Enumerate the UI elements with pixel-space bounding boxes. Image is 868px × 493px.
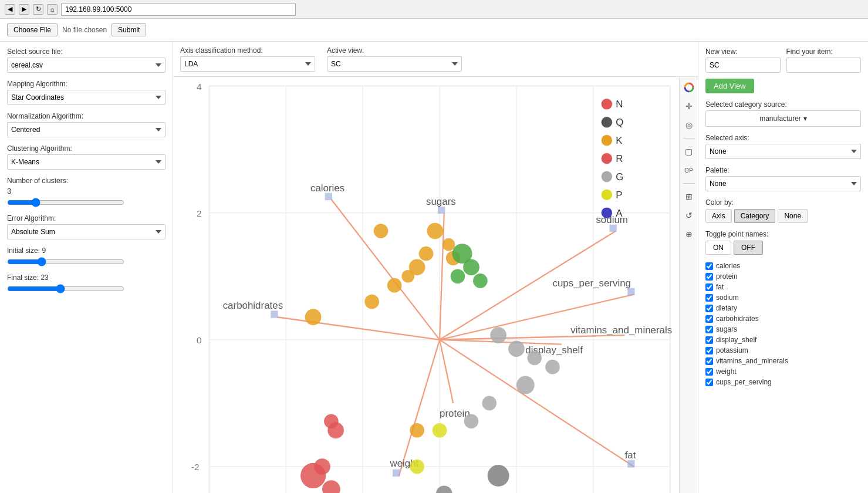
svg-point-65 — [516, 376, 535, 394]
svg-point-72 — [433, 423, 447, 438]
toggle-on-button[interactable]: ON — [705, 241, 731, 255]
svg-point-89 — [602, 117, 612, 128]
center-area: Axis classification method: LDA Active v… — [173, 42, 698, 493]
axis-class-select[interactable]: LDA — [180, 56, 315, 72]
svg-rect-26 — [627, 288, 634, 295]
feature-checkbox-label: sodium — [716, 293, 739, 302]
feature-checkbox[interactable] — [705, 379, 713, 386]
new-view-input[interactable] — [705, 58, 781, 73]
list-item: fat — [705, 283, 861, 291]
star-coordinates-chart: calories sugars carbohidrates sodium — [173, 77, 679, 493]
feature-checkbox[interactable] — [705, 326, 713, 333]
feature-checkbox[interactable] — [705, 336, 713, 344]
svg-point-54 — [410, 423, 424, 438]
num-clusters-group: Number of clusters: 3 — [7, 177, 166, 207]
select-icon[interactable]: ◎ — [682, 118, 696, 132]
svg-rect-20 — [271, 310, 278, 318]
initial-size-slider[interactable] — [7, 257, 124, 266]
color-by-axis-button[interactable]: Axis — [705, 209, 732, 223]
right-panel: New view: Find your item: Add View Selec… — [698, 42, 868, 493]
colorwheel-icon[interactable] — [682, 80, 696, 94]
refresh-icon[interactable]: ↺ — [682, 208, 696, 222]
svg-point-55 — [305, 309, 322, 325]
svg-point-53 — [364, 295, 379, 309]
selected-axis-label: Selected axis: — [705, 134, 861, 142]
selected-axis-select[interactable]: None — [705, 144, 861, 159]
dropdown-arrow-icon: ▾ — [803, 114, 807, 123]
color-by-none-button[interactable]: None — [778, 209, 808, 223]
svg-rect-23 — [609, 225, 616, 232]
feature-checkbox[interactable] — [705, 273, 713, 281]
move-icon[interactable]: ✛ — [682, 99, 696, 113]
color-by-buttons: Axis Category None — [705, 209, 861, 223]
feature-checkbox-label: weight — [716, 367, 737, 376]
find-item-col: Find your item: — [786, 48, 862, 73]
feature-checkbox[interactable] — [705, 283, 713, 291]
cluster-algo-select[interactable]: K-Means — [7, 154, 166, 170]
choose-file-button[interactable]: Choose File — [7, 23, 58, 36]
mapping-algo-select[interactable]: Star Coordinates — [7, 90, 166, 105]
svg-text:sodium: sodium — [596, 214, 628, 225]
num-clusters-slider-row — [7, 198, 166, 207]
submit-button[interactable]: Submit — [112, 23, 146, 36]
feature-checkbox-label: cups_per_serving — [716, 378, 772, 386]
forward-button[interactable]: ▶ — [19, 4, 29, 15]
color-by-category-button[interactable]: Category — [734, 209, 776, 223]
svg-point-97 — [602, 189, 612, 200]
svg-point-51 — [443, 238, 455, 251]
source-file-select[interactable]: cereal.csv — [7, 58, 166, 73]
toggle-off-button[interactable]: OFF — [734, 241, 763, 255]
add-view-button[interactable]: Add View — [705, 79, 754, 93]
source-file-group: Select source file: cereal.csv — [7, 48, 166, 73]
home-button[interactable]: ⌂ — [47, 4, 58, 15]
reload-button[interactable]: ↻ — [33, 4, 43, 15]
svg-rect-17 — [438, 207, 445, 214]
svg-point-47 — [419, 246, 434, 261]
selected-cat-dropdown[interactable]: manufacturer ▾ — [705, 110, 861, 127]
top-controls: Axis classification method: LDA Active v… — [173, 42, 698, 77]
svg-text:2: 2 — [197, 208, 202, 218]
feature-checkbox[interactable] — [705, 294, 713, 302]
feature-checkbox-label: fat — [716, 283, 724, 291]
num-clusters-label: Number of clusters: — [7, 177, 166, 185]
palette-group: Palette: None — [705, 166, 861, 191]
back-button[interactable]: ◀ — [5, 4, 15, 15]
svg-point-95 — [602, 171, 612, 183]
new-view-col: New view: — [705, 48, 781, 73]
list-item: weight — [705, 367, 861, 376]
final-size-slider[interactable] — [7, 284, 124, 293]
feature-checkbox[interactable] — [705, 262, 713, 270]
settings-icon[interactable]: ⊕ — [682, 227, 696, 241]
new-view-find-row: New view: Find your item: — [705, 48, 861, 73]
right-toolbar: ✛ ◎ ▢ OP ⊞ ↺ ⊕ — [679, 77, 698, 493]
feature-checkbox[interactable] — [705, 347, 713, 354]
op-icon[interactable]: OP — [682, 163, 696, 177]
palette-select[interactable]: None — [705, 176, 861, 191]
error-algo-select[interactable]: Absolute Sum — [7, 224, 166, 239]
browser-chrome: ◀ ▶ ↻ ⌂ — [0, 0, 868, 19]
final-size-group: Final size: 23 — [7, 273, 166, 293]
svg-rect-38 — [627, 460, 634, 467]
cluster-algo-label: Clustering Algorithm: — [7, 144, 166, 153]
grid-icon[interactable]: ⊞ — [682, 190, 696, 204]
feature-checkbox[interactable] — [705, 305, 713, 312]
feature-checkbox[interactable] — [705, 357, 713, 365]
initial-size-group: Initial size: 9 — [7, 246, 166, 266]
address-bar[interactable] — [61, 3, 296, 16]
feature-checkbox[interactable] — [705, 368, 713, 376]
mapping-algo-label: Mapping Algorithm: — [7, 80, 166, 88]
selected-cat-value: manufacturer — [759, 114, 801, 123]
list-item: cups_per_serving — [705, 378, 861, 386]
no-file-label: No file chosen — [62, 26, 107, 34]
find-item-label: Find your item: — [786, 48, 862, 56]
active-view-select[interactable]: SC — [327, 56, 462, 72]
feature-checkbox-label: dietary — [716, 304, 737, 312]
norm-algo-select[interactable]: Centered — [7, 122, 166, 137]
svg-text:P: P — [616, 190, 622, 201]
feature-checkbox-label: protein — [716, 272, 738, 281]
find-item-input[interactable] — [786, 58, 862, 73]
feature-checkbox[interactable] — [705, 315, 713, 323]
frame-icon[interactable]: ▢ — [682, 144, 696, 158]
num-clusters-slider[interactable] — [7, 198, 124, 207]
svg-point-58 — [463, 259, 479, 275]
